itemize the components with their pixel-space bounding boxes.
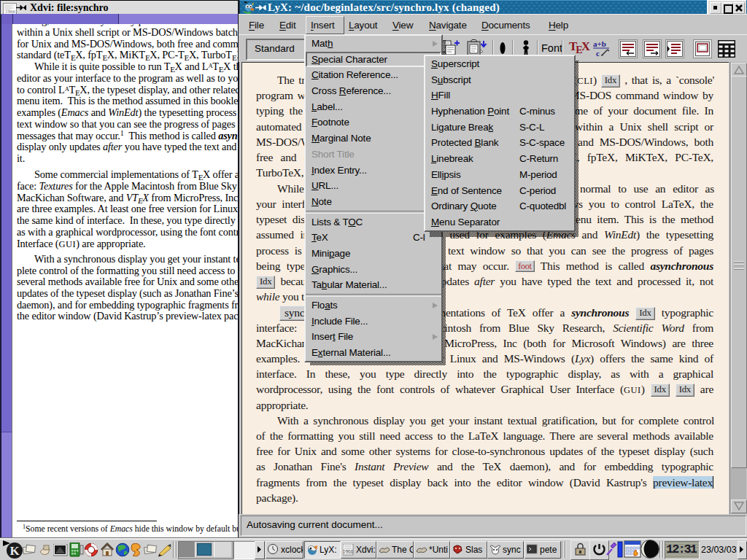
svg-text:a+b: a+b [593, 39, 606, 48]
svg-text:K: K [9, 544, 20, 558]
svg-text:1966: 1966 [343, 549, 354, 554]
svg-text:c: c [596, 49, 600, 58]
